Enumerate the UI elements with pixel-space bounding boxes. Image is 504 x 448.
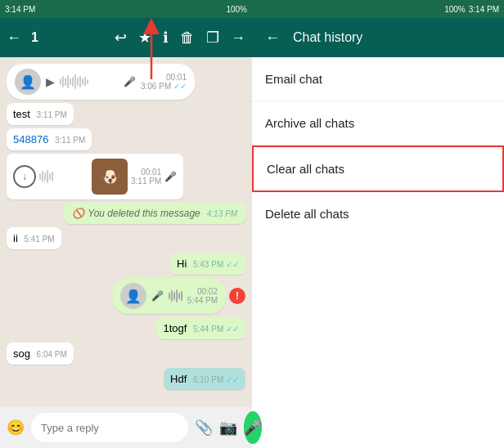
attach-icon[interactable]: 📎 bbox=[195, 419, 213, 437]
audio-download-bubble: ↓ 🐶 00:01 3:11 PM 🎤 bbox=[7, 154, 183, 199]
deleted-text: You deleted this message bbox=[88, 208, 200, 219]
msg-text: test bbox=[13, 108, 30, 120]
msg-text: ii bbox=[13, 232, 18, 244]
camera-icon[interactable]: 📷 bbox=[219, 419, 237, 437]
right-time: 3:14 PM bbox=[469, 5, 499, 14]
msg-time: 3:11 PM bbox=[37, 110, 67, 119]
msg-ii: ii 5:41 PM bbox=[7, 227, 61, 249]
emoji-icon[interactable]: 😊 bbox=[7, 419, 25, 437]
msg-text: Hi bbox=[177, 258, 187, 270]
audio-time: 3:11 PM bbox=[131, 177, 161, 186]
msg-text: Hdf bbox=[170, 373, 187, 385]
voice-duration: 00:02 bbox=[197, 287, 218, 296]
menu-item-email-chat[interactable]: Email chat bbox=[252, 57, 504, 101]
right-panel: 100% 3:14 PM ← Chat history Email chat A… bbox=[252, 0, 504, 448]
menu-item-clear-all-chats[interactable]: Clear all chats bbox=[252, 146, 504, 192]
waveform bbox=[60, 74, 119, 90]
msg-time: 6:04 PM bbox=[37, 350, 67, 359]
right-spacer bbox=[252, 253, 504, 448]
right-battery: 100% bbox=[444, 5, 466, 14]
input-bar: 😊 📎 📷 🎤 bbox=[0, 407, 252, 448]
deleted-time: 4:13 PM bbox=[207, 209, 237, 218]
waveform bbox=[39, 168, 88, 185]
right-action-bar: ← Chat history bbox=[252, 18, 504, 57]
voice-sent-row: 👤 🎤 00:02 5:44 PM ! bbox=[7, 278, 245, 314]
menu-list: Email chat Archive all chats Clear all c… bbox=[252, 57, 504, 253]
forward-icon[interactable]: → bbox=[231, 29, 245, 47]
msg-link[interactable]: 548876 bbox=[13, 133, 48, 146]
msg-text: sog bbox=[13, 347, 30, 360]
audio-duration: 00:01 bbox=[141, 168, 161, 177]
menu-item-delete-all-chats[interactable]: Delete all chats bbox=[252, 192, 504, 235]
play-icon[interactable]: ▶ bbox=[46, 75, 55, 88]
info-icon[interactable]: ℹ bbox=[163, 29, 169, 47]
star-icon[interactable]: ★ bbox=[138, 29, 151, 47]
left-time: 3:14 PM bbox=[5, 5, 35, 14]
left-status-bar: 3:14 PM 100% bbox=[0, 0, 252, 18]
back-icon[interactable]: ← bbox=[7, 29, 21, 47]
chat-history-title: Chat history bbox=[293, 30, 362, 45]
chat-image: 🐶 bbox=[92, 159, 128, 195]
left-battery: 100% bbox=[226, 5, 247, 14]
copy-icon[interactable]: ❐ bbox=[206, 29, 219, 47]
error-badge: ! bbox=[229, 288, 245, 304]
msg-hi: Hi 5:43 PM ✓✓ bbox=[170, 253, 245, 275]
voice-message-received: 👤 ▶ 🎤 00:01 3:06 PM ✓✓ bbox=[7, 64, 195, 100]
reply-icon[interactable]: ↩ bbox=[115, 29, 127, 47]
msg-hdf: Hdf 6:10 PM ✓✓ bbox=[164, 368, 245, 390]
chat-area: 👤 ▶ 🎤 00:01 3:06 PM ✓✓ bbox=[0, 57, 252, 407]
download-icon[interactable]: ↓ bbox=[13, 165, 36, 188]
avatar: 👤 bbox=[15, 69, 41, 95]
msg-time: 5:44 PM ✓✓ bbox=[193, 325, 239, 334]
msg-time: 3:11 PM bbox=[55, 136, 85, 145]
msg-time: 5:41 PM bbox=[24, 235, 54, 244]
back-icon[interactable]: ← bbox=[265, 29, 280, 47]
voice-time: 5:44 PM bbox=[187, 296, 218, 305]
msg-548876: 548876 3:11 PM bbox=[7, 128, 92, 150]
msg-1togf: 1togf 5:44 PM ✓✓ bbox=[156, 317, 245, 339]
msg-sog: sog 6:04 PM bbox=[7, 343, 74, 365]
mic-button[interactable]: 🎤 bbox=[244, 411, 262, 444]
mic-icon: 🎤 bbox=[124, 76, 136, 87]
deleted-message: 🚫 You deleted this message 4:13 PM bbox=[64, 203, 245, 224]
right-status-bar: 100% 3:14 PM bbox=[252, 0, 504, 18]
delete-icon[interactable]: 🗑 bbox=[180, 29, 195, 47]
waveform bbox=[169, 288, 182, 304]
block-icon: 🚫 bbox=[72, 208, 84, 219]
reply-input[interactable] bbox=[31, 413, 188, 442]
left-panel: 3:14 PM 100% ← 1 ↩ ★ ℹ 🗑 ❐ → 👤 ▶ bbox=[0, 0, 252, 448]
voice-time: 3:06 PM ✓✓ bbox=[141, 82, 187, 91]
menu-item-archive-all-chats[interactable]: Archive all chats bbox=[252, 101, 504, 146]
voice-duration: 00:01 bbox=[166, 73, 187, 82]
mic-icon: 🎤 bbox=[151, 290, 164, 302]
mic-icon: 🎤 bbox=[164, 171, 177, 182]
msg-test: test 3:11 PM bbox=[7, 103, 74, 125]
msg-time: 6:10 PM ✓✓ bbox=[193, 375, 239, 384]
msg-time: 5:43 PM ✓✓ bbox=[193, 260, 239, 269]
voice-message-sent: 👤 🎤 00:02 5:44 PM bbox=[112, 278, 226, 314]
msg-text: 1togf bbox=[163, 322, 187, 334]
avatar: 👤 bbox=[120, 283, 146, 309]
selected-count: 1 bbox=[31, 30, 105, 45]
left-action-bar: ← 1 ↩ ★ ℹ 🗑 ❐ → bbox=[0, 18, 252, 57]
